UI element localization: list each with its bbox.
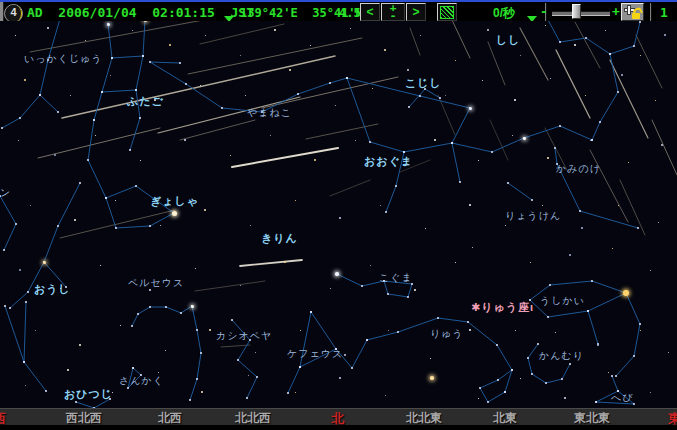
constellation-label: ケフェウス (287, 347, 343, 361)
star (439, 97, 441, 99)
star (93, 119, 95, 121)
minus-icon[interactable]: - (382, 12, 404, 20)
meteor-trail (188, 38, 362, 74)
star (387, 293, 389, 295)
zoom-in-label[interactable]: + (612, 4, 620, 19)
star (45, 390, 47, 392)
star (668, 352, 669, 353)
star (564, 397, 566, 399)
zoom-out-label[interactable]: - (540, 4, 548, 19)
star (637, 227, 639, 229)
constellation-label: ペルセウス (128, 276, 184, 290)
constellation-label: こじし (405, 76, 442, 91)
meteor-trail (180, 120, 255, 140)
star (240, 55, 241, 56)
grid-pattern-button[interactable] (437, 3, 457, 21)
constellation-lines-gemini-r1 (112, 56, 143, 58)
star (57, 225, 59, 227)
star (639, 21, 641, 23)
star (231, 319, 233, 321)
meteor-trail (200, 24, 284, 44)
star (469, 329, 471, 331)
star (459, 181, 461, 183)
star (142, 55, 144, 57)
star (549, 284, 551, 286)
star (137, 313, 139, 315)
meteor-trail (60, 210, 175, 238)
star (100, 265, 101, 266)
star (561, 378, 563, 380)
selected-object-label: ✱りゅう座ι (471, 300, 534, 315)
zoom-slider-track[interactable] (552, 11, 610, 16)
meteor-trail (556, 50, 590, 118)
constellation-lines-uma-leg2 (452, 143, 460, 182)
meteor-trail (306, 124, 378, 139)
star (205, 35, 206, 36)
star (105, 197, 107, 199)
star (57, 111, 59, 113)
star (295, 200, 296, 201)
constellation-lines-gemini-b (130, 21, 145, 150)
star (361, 285, 363, 287)
constellation-label: りゅう (430, 327, 464, 341)
star (545, 25, 546, 26)
constellation-lines-aries-tri (5, 302, 26, 362)
star (554, 147, 556, 149)
star (559, 41, 561, 43)
star (299, 366, 301, 368)
meteor-trail (652, 120, 677, 175)
star (628, 162, 629, 163)
star (355, 140, 356, 141)
constellation-label: おひつじ (64, 387, 113, 402)
zoom-slider-handle[interactable] (572, 4, 581, 19)
step-amount-button[interactable]: + - (381, 3, 405, 21)
constellation-label: へび (611, 391, 633, 405)
step-forward-button[interactable]: > (406, 3, 426, 21)
chart-number: 1 (660, 5, 668, 20)
star (9, 307, 11, 309)
star (23, 361, 25, 363)
star (300, 330, 301, 331)
constellation-label: ン (0, 186, 11, 200)
star (180, 312, 182, 314)
constellation-label: かんむり (539, 349, 584, 363)
step-back-button[interactable]: < (360, 3, 380, 21)
star (54, 154, 56, 156)
star (515, 330, 516, 331)
constellation-label: ふたご (127, 94, 164, 109)
star (414, 289, 416, 291)
constellation-lines-monoceros (2, 21, 62, 128)
star (287, 392, 289, 394)
star (623, 290, 629, 296)
constellation-label: いっかくじゅう (24, 52, 103, 66)
constellation-label: やまねこ (247, 106, 292, 120)
star (115, 227, 117, 229)
star (569, 254, 571, 256)
star (633, 45, 635, 47)
constellation-lines-coma (555, 148, 638, 228)
star (297, 93, 299, 95)
constellation-lines-aries-tri2 (24, 362, 46, 391)
star (504, 391, 506, 393)
star (605, 30, 606, 31)
star (545, 382, 547, 384)
star (407, 296, 409, 298)
star (547, 316, 549, 318)
sky-chart-canvas[interactable]: いっかくじゅうふたごやまねここじしししおおぐまかみのけぎょしゃりょうけんきりんこ… (0, 21, 677, 408)
star (661, 144, 663, 146)
meteor-trail (520, 28, 548, 80)
star (574, 44, 576, 46)
meteor-trail (330, 180, 370, 196)
star (599, 121, 601, 123)
meteor-trail (195, 281, 265, 291)
tools-button[interactable] (621, 3, 644, 21)
star (478, 160, 479, 161)
star (35, 330, 36, 331)
star (420, 35, 421, 36)
star (3, 249, 5, 251)
star (274, 29, 276, 31)
star (587, 310, 589, 312)
star (110, 75, 111, 76)
constellation-lines-taurus-edge (0, 196, 16, 250)
star (491, 151, 493, 153)
